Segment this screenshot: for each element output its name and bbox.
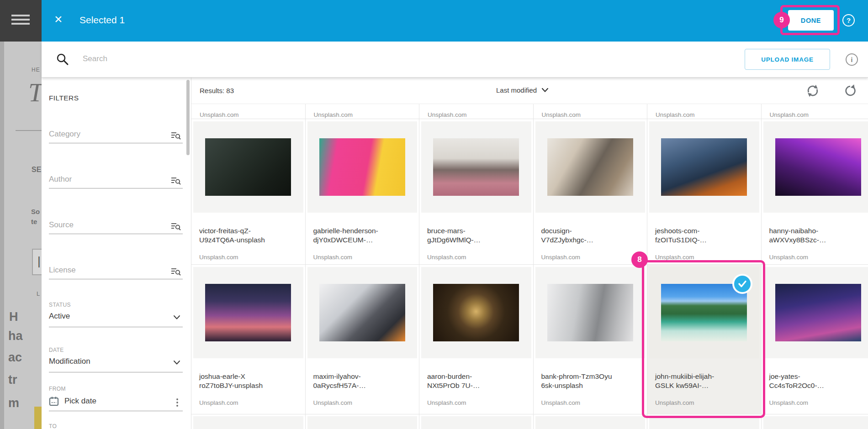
card-thumbnail xyxy=(319,138,405,196)
card-row: joshua-earle-X roZ7toBJY-unsplashUnsplas… xyxy=(191,265,868,414)
filter-search-icon[interactable] xyxy=(171,267,181,277)
image-card-partial[interactable]: Unsplash.com xyxy=(647,104,762,119)
date-filter-select[interactable]: DATE Modification xyxy=(49,347,183,372)
category-filter-input[interactable] xyxy=(49,128,183,143)
card-thumbnail xyxy=(193,416,303,429)
image-card[interactable]: gabrielle-henderson- djY0xDWCEUM-…Unspla… xyxy=(306,119,420,264)
image-card-partial[interactable]: Unsplash.com xyxy=(306,104,420,119)
card-thumbnail xyxy=(547,284,633,341)
image-card-partial[interactable] xyxy=(534,414,648,429)
card-label: maxim-ilyahov- 0aRycsfH57A-…Unsplash.com xyxy=(306,358,419,406)
card-source-label: Unsplash.com xyxy=(655,399,753,406)
card-source-label: Unsplash.com xyxy=(655,254,753,261)
card-source-label: Unsplash.com xyxy=(306,104,419,118)
card-source-label: Unsplash.com xyxy=(769,254,868,261)
search-icon xyxy=(56,52,69,66)
done-button[interactable]: DONE xyxy=(788,10,834,31)
panel-scrollbar[interactable] xyxy=(186,80,190,155)
sort-dropdown[interactable]: Last modified xyxy=(496,86,548,94)
image-card[interactable]: jeshoots-com- fzOITuS1DIQ-…Unsplash.com xyxy=(647,119,762,264)
image-card-partial[interactable] xyxy=(191,414,306,429)
status-filter-select[interactable]: STATUS Active xyxy=(49,302,183,327)
background-text: ac xyxy=(8,351,22,365)
card-label: jeshoots-com- fzOITuS1DIQ-…Unsplash.com xyxy=(647,213,761,261)
card-label: gabrielle-henderson- djY0xDWCEUM-…Unspla… xyxy=(306,213,419,261)
image-card[interactable]: victor-freitas-qZ- U9z4TQ6A-unsplashUnsp… xyxy=(191,119,306,264)
card-source-label: Unsplash.com xyxy=(199,399,297,406)
kebab-menu-icon[interactable] xyxy=(175,398,179,408)
image-card[interactable]: maxim-ilyahov- 0aRycsfH57A-…Unsplash.com xyxy=(306,265,420,414)
image-card[interactable]: joshua-earle-X roZ7toBJY-unsplashUnsplas… xyxy=(191,265,306,414)
card-thumbnail xyxy=(433,138,519,196)
background-text: ha xyxy=(8,329,23,343)
card-thumbnail xyxy=(661,138,747,196)
image-card-partial[interactable]: Unsplash.com xyxy=(191,104,306,119)
image-card-partial[interactable]: Unsplash.com xyxy=(762,104,868,119)
background-text: L xyxy=(37,290,40,297)
card-source-label: Unsplash.com xyxy=(313,399,412,406)
card-label: docusign- V7dZJybxhgc-…Unsplash.com xyxy=(534,213,647,261)
chevron-down-icon xyxy=(174,315,180,319)
modal-header: × Selected 1 DONE ? 9 xyxy=(42,0,868,42)
sync-icon[interactable] xyxy=(805,84,820,98)
image-card-partial[interactable] xyxy=(306,414,420,429)
image-card[interactable]: john-mukiibi-elijah- GSLK kw59AI-…Unspla… xyxy=(647,265,762,414)
license-filter-input[interactable] xyxy=(49,264,183,279)
card-thumbnail xyxy=(661,284,747,341)
card-label: john-mukiibi-elijah- GSLK kw59AI-…Unspla… xyxy=(647,358,761,406)
help-icon[interactable]: ? xyxy=(842,14,855,26)
reload-icon[interactable] xyxy=(843,84,857,98)
author-filter-input[interactable] xyxy=(49,173,183,188)
filter-search-icon[interactable] xyxy=(171,176,181,186)
results-count: Results: 83 xyxy=(200,87,234,94)
date-value: Modification xyxy=(49,357,183,372)
card-thumbnail-area xyxy=(193,267,303,358)
image-card-partial[interactable] xyxy=(762,414,868,429)
image-card[interactable]: bank-phrom-Tzm3Oyu 6sk-unsplashUnsplash.… xyxy=(534,265,648,414)
image-card[interactable]: joe-yates- Cc4sToR2Oc0-…Unsplash.com xyxy=(762,265,868,414)
background-text: m xyxy=(8,396,19,410)
hamburger-icon[interactable] xyxy=(11,15,30,26)
image-card-partial[interactable] xyxy=(419,414,534,429)
search-input[interactable] xyxy=(82,50,356,68)
filter-search-icon[interactable] xyxy=(171,221,181,231)
card-row: victor-freitas-qZ- U9z4TQ6A-unsplashUnsp… xyxy=(191,119,868,265)
background-text: T xyxy=(28,77,42,108)
image-card[interactable]: bruce-mars- gJtDg6WfMlQ-…Unsplash.com xyxy=(419,119,534,264)
status-value: Active xyxy=(49,312,183,327)
background-text: So xyxy=(31,208,40,215)
image-card[interactable]: docusign- V7dZJybxhgc-…Unsplash.com xyxy=(534,119,648,264)
chevron-down-icon xyxy=(174,361,180,365)
filter-search-icon[interactable] xyxy=(171,131,181,141)
selected-check-icon[interactable] xyxy=(732,274,752,294)
card-thumbnail xyxy=(547,138,633,196)
card-source-label: Unsplash.com xyxy=(541,399,640,406)
image-card[interactable]: hanny-naibaho- aWXVxy8BSzc-…Unsplash.com xyxy=(762,119,868,264)
card-thumbnail xyxy=(775,284,861,341)
filters-panel: FILTERS xyxy=(42,78,191,429)
filters-heading: FILTERS xyxy=(49,94,79,102)
image-card-partial[interactable]: Unsplash.com xyxy=(419,104,534,119)
card-thumbnail-area xyxy=(535,267,646,358)
card-label: bank-phrom-Tzm3Oyu 6sk-unsplashUnsplash.… xyxy=(534,358,647,406)
from-label: FROM xyxy=(49,386,183,392)
background-text: HE xyxy=(32,67,40,73)
image-card-partial[interactable] xyxy=(647,414,762,429)
source-filter-input[interactable] xyxy=(49,219,183,234)
results-toolbar: Results: 83 Last modified xyxy=(191,78,868,104)
pick-date-button[interactable]: Pick date xyxy=(64,397,96,406)
background-divider xyxy=(16,130,42,131)
image-card-partial[interactable]: Unsplash.com xyxy=(534,104,648,119)
card-source-label: Unsplash.com xyxy=(647,104,761,118)
upload-image-button[interactable]: UPLOAD IMAGE xyxy=(745,49,830,70)
info-icon[interactable]: i xyxy=(846,53,858,66)
card-label: victor-freitas-qZ- U9z4TQ6A-unsplashUnsp… xyxy=(191,213,305,261)
close-icon[interactable]: × xyxy=(54,12,63,26)
image-card[interactable]: aaron-burden- NXt5PrOb 7U-…Unsplash.com xyxy=(419,265,534,414)
card-thumbnail-area xyxy=(763,267,868,358)
image-selector-screen: HE T SE So te | L H ha ac tr m × Selecte… xyxy=(0,0,868,429)
card-thumbnail xyxy=(307,416,418,429)
help-glyph: ? xyxy=(847,16,851,24)
background-highlight xyxy=(34,407,42,429)
card-thumbnail-area xyxy=(649,121,759,213)
